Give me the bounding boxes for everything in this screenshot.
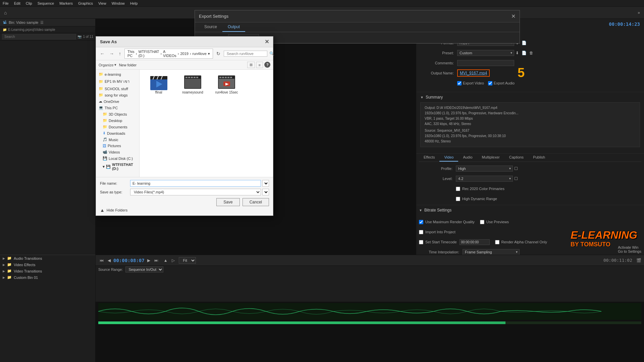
export-tab-source[interactable]: Source	[199, 22, 222, 32]
preset-save-btn[interactable]: ⬇	[514, 50, 520, 56]
tree-item-2[interactable]: 📁 SCHOOL stuff	[96, 85, 139, 92]
bin-custom-bin[interactable]: ▶ 📁 Custom Bin 01	[0, 274, 95, 281]
menu-edit[interactable]: Edit	[14, 1, 20, 5]
organize-button[interactable]: Organize ▾	[99, 63, 116, 67]
saveas-close-btn[interactable]: ✕	[265, 39, 269, 45]
tree-item-documents[interactable]: 📁 Documents	[96, 124, 139, 130]
render-alpha-checkbox[interactable]	[495, 240, 499, 244]
play-back-btn[interactable]: ⏮	[98, 257, 105, 263]
save-button[interactable]: Save	[216, 198, 239, 206]
export-dialog-close-btn[interactable]: ✕	[511, 13, 516, 19]
menu-markers[interactable]: Markers	[59, 1, 73, 5]
tree-item-0[interactable]: 📁 e-learning	[96, 71, 139, 77]
eff-tab-audio[interactable]: Audio	[458, 154, 477, 162]
menu-file[interactable]: File	[3, 1, 9, 5]
tree-item-3dobjects[interactable]: 📁 3D Objects	[96, 111, 139, 117]
file-item-noameysound[interactable]: noameysound	[177, 74, 208, 94]
home-icon[interactable]: ⌂	[4, 10, 7, 15]
help-btn[interactable]: ?	[264, 62, 270, 68]
export-tab-output[interactable]: Output	[222, 22, 245, 32]
output-name-link[interactable]: MVI_9167.mp4	[457, 69, 490, 77]
timeline-icon-btn1[interactable]: 🎬	[636, 258, 641, 263]
menu-clip[interactable]: Clip	[26, 1, 32, 5]
tree-item-downloads[interactable]: ⬇ Downloads	[96, 130, 139, 136]
savetype-select[interactable]: Video Files(*.mp4)	[130, 189, 261, 195]
bin-video-effects[interactable]: ▶ 📁 Video Effects	[0, 261, 95, 268]
view-list-btn[interactable]: ≡	[256, 62, 263, 68]
bitrate-title[interactable]: ▼ Bitrate Settings	[419, 208, 641, 213]
use-previews-checkbox[interactable]	[480, 220, 484, 224]
comments-input[interactable]	[457, 60, 514, 66]
playback-scrubber[interactable]	[98, 321, 641, 324]
timeline-fit-select[interactable]: Fit	[179, 257, 196, 264]
new-folder-button[interactable]: New folder	[119, 63, 137, 67]
import-project-checkbox[interactable]	[419, 230, 423, 234]
tree-item-desktop[interactable]: 📁 Desktop	[96, 117, 139, 124]
source-range-select[interactable]: Sequence In/Out	[125, 266, 163, 273]
preset-select[interactable]: Custom	[457, 50, 514, 56]
tree-item-thispc[interactable]: 💻 This PC	[96, 105, 139, 111]
hdr-checkbox[interactable]	[456, 197, 460, 201]
eff-tab-captions[interactable]: Captions	[504, 154, 528, 162]
tree-item-videos[interactable]: 📹 Videos	[96, 149, 139, 155]
menu-sequence[interactable]: Sequence	[38, 1, 54, 5]
number-badge-5: 5	[518, 66, 525, 80]
profile-toggle-btn[interactable]: ☐	[513, 166, 519, 172]
tree-item-pictures[interactable]: 🖼 Pictures	[96, 143, 139, 149]
step-back-btn[interactable]: ◀	[106, 257, 112, 263]
nav-forward-btn[interactable]: →	[108, 50, 115, 57]
profile-label: Profile:	[419, 167, 456, 171]
tree-item-music[interactable]: 🎵 Music	[96, 136, 139, 143]
saveas-search-input[interactable]	[224, 51, 267, 57]
export-audio-checkbox[interactable]	[488, 81, 492, 85]
time-interp-select[interactable]: Frame Sampling	[463, 249, 520, 255]
preset-new-btn[interactable]: 📄	[520, 50, 528, 56]
eff-tab-video[interactable]: Video	[439, 154, 458, 162]
profile-select[interactable]: High	[456, 166, 513, 172]
nav-back-btn[interactable]: ←	[99, 50, 106, 57]
step-fwd-btn[interactable]: ▶	[146, 257, 152, 263]
menu-graphics[interactable]: Graphics	[78, 1, 93, 5]
bin-video-transitions[interactable]: ▶ 📁 Video Transitions	[0, 268, 95, 274]
tree-item-1[interactable]: 📁 EP1 th MV เขา	[96, 77, 139, 85]
filename-dropdown[interactable]	[262, 180, 269, 187]
eff-tab-publish[interactable]: Publish	[528, 154, 550, 162]
tree-item-wtfisthat[interactable]: ▾ 💾 WTFISTHAT (D:)	[96, 162, 139, 172]
max-render-checkbox[interactable]	[419, 220, 423, 224]
eff-tab-effects[interactable]: Effects	[419, 154, 439, 162]
file-item-ffinal[interactable]: ffinal	[144, 74, 174, 94]
start-timecode-checkbox[interactable]	[419, 240, 423, 244]
eff-tab-multiplexer[interactable]: Multiplexer	[477, 154, 504, 162]
menu-window[interactable]: Window	[112, 1, 125, 5]
saveas-breadcrumb[interactable]: This PC › WTFISTHAT (D:) › A VIDEOs › 20…	[124, 49, 213, 59]
menu-help[interactable]: Help	[130, 1, 138, 5]
view-icons-btn[interactable]: ⊞	[247, 62, 255, 68]
file-item-run4love[interactable]: run4love 15sec	[212, 74, 242, 94]
export-video-checkbox[interactable]	[457, 81, 462, 85]
hide-folders-label[interactable]: Hide Folders	[107, 208, 127, 212]
play-fwd-btn[interactable]: ⏭	[153, 257, 160, 263]
start-timecode-input[interactable]	[460, 239, 490, 245]
savetype-dropdown[interactable]	[262, 189, 269, 195]
filename-input[interactable]	[130, 180, 261, 187]
format-icon-btn2[interactable]: 📄	[520, 40, 528, 46]
comments-row: Comments:	[420, 59, 640, 67]
current-timecode[interactable]: 00:00:08:07	[113, 258, 145, 263]
rec2020-checkbox[interactable]	[456, 187, 460, 191]
summary-title[interactable]: ▼ Summary	[420, 95, 640, 100]
cancel-button[interactable]: Cancel	[243, 198, 269, 206]
svg-rect-24	[98, 303, 641, 320]
level-toggle-btn[interactable]: ☐	[513, 176, 519, 182]
project-search-input[interactable]	[2, 34, 76, 40]
bin-audio-transitions[interactable]: ▶ 📁 Audio Transitions	[0, 255, 95, 261]
tree-item-onedrive[interactable]: ☁ OneDrive	[96, 98, 139, 105]
preset-delete-btn[interactable]: 🗑	[528, 50, 535, 56]
nav-up-btn[interactable]: ↑	[117, 50, 122, 57]
tree-item-localc[interactable]: 💾 Local Disk (C:)	[96, 155, 139, 162]
breadcrumb-dropdown-icon[interactable]: ▾	[208, 52, 210, 56]
level-select[interactable]: 4.2	[456, 176, 513, 182]
refresh-btn[interactable]: ↻	[215, 50, 222, 57]
menu-view[interactable]: View	[98, 1, 106, 5]
nav-more-icon[interactable]: »	[638, 10, 640, 15]
tree-item-3[interactable]: 📁 song for vlogs	[96, 92, 139, 98]
